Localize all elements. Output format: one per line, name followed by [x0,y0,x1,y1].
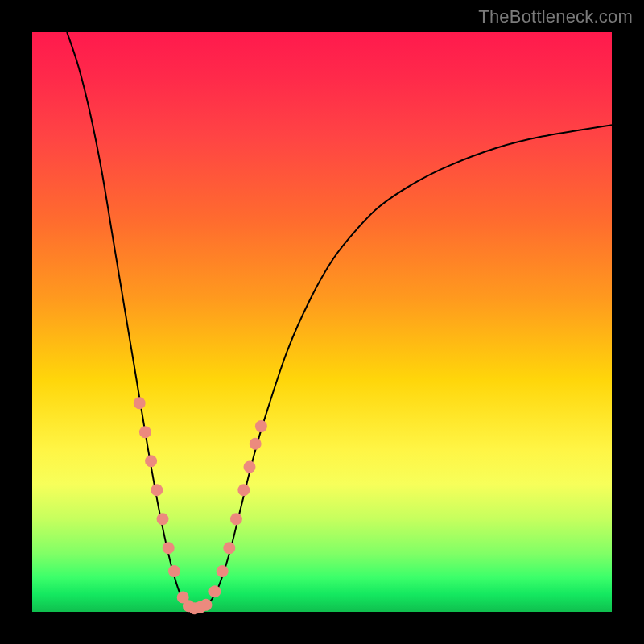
sample-dot [244,461,256,473]
sample-dot [255,420,267,432]
sample-dot [168,565,180,577]
sample-dot [151,484,163,496]
watermark-text: TheBottleneck.com [478,6,633,27]
sample-dots-group [134,397,267,614]
sample-dot [134,397,146,409]
sample-dot [200,599,213,611]
chart-frame: TheBottleneck.com [0,0,644,644]
sample-dot [163,542,175,554]
sample-dot [208,585,221,597]
sample-dot [223,542,235,554]
sample-dot [139,426,151,438]
plot-svg [32,32,612,612]
sample-dot [157,513,169,525]
bottleneck-curve [67,32,612,609]
sample-dot [217,565,229,577]
sample-dot [250,438,262,450]
plot-area [32,32,612,612]
sample-dot [145,455,157,467]
sample-dot [230,513,242,525]
sample-dot [237,484,250,496]
